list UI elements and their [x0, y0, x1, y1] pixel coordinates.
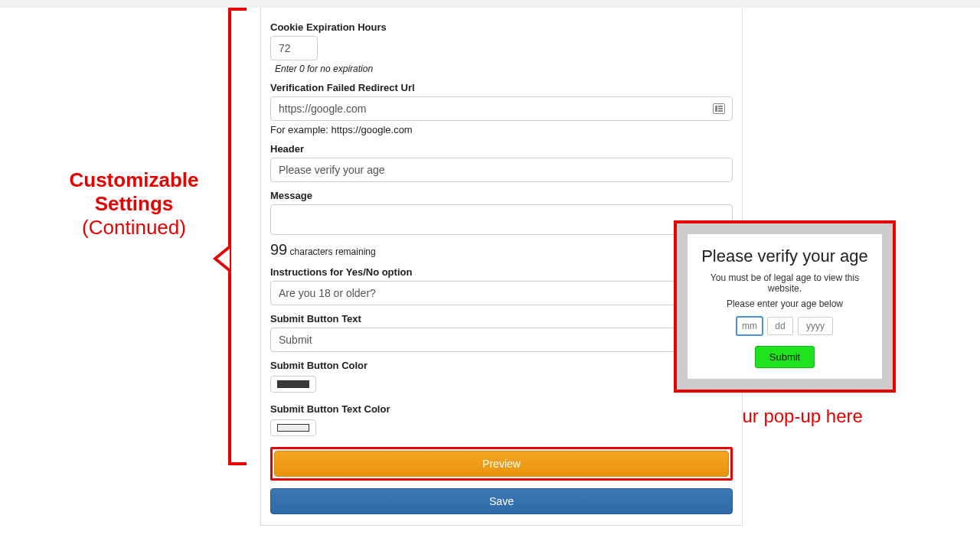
message-textarea[interactable] — [270, 204, 733, 235]
popup-message: You must be of legal age to view this we… — [695, 272, 874, 294]
callout-continued: (Continued) — [46, 216, 222, 240]
header-label: Header — [270, 143, 733, 155]
bracket-arrow-icon — [213, 245, 230, 272]
submit-text-color-picker[interactable] — [270, 419, 316, 436]
submit-text-input[interactable] — [270, 328, 733, 352]
submit-text-color-swatch — [277, 424, 309, 432]
save-button[interactable]: Save — [270, 488, 733, 514]
popup-submit-button[interactable]: Submit — [755, 346, 815, 368]
submit-color-swatch — [277, 380, 309, 388]
popup-day-input[interactable] — [767, 317, 793, 335]
popup-year-input[interactable] — [798, 317, 833, 335]
contact-card-icon — [713, 103, 725, 114]
yesno-label: Instructions for Yes/No option — [270, 266, 733, 278]
cookie-hours-help: Enter 0 for no expiration — [275, 64, 733, 74]
submit-color-picker[interactable] — [270, 376, 316, 393]
cookie-hours-input[interactable] — [270, 36, 318, 60]
preview-button[interactable]: Preview — [274, 451, 729, 477]
cookie-hours-label: Cookie Expiration Hours — [270, 21, 733, 33]
redirect-url-label: Verification Failed Redirect Url — [270, 82, 733, 93]
bracket-line — [228, 8, 231, 465]
chars-remaining-text: characters remaining — [290, 246, 376, 257]
redirect-url-input[interactable] — [270, 96, 733, 121]
customizable-settings-callout: Customizable Settings (Continued) — [46, 168, 222, 240]
yesno-input[interactable] — [270, 281, 733, 305]
submit-color-label: Submit Button Color — [270, 360, 733, 371]
popup-title: Please verify your age — [695, 246, 874, 266]
chars-remaining-count: 99 — [270, 241, 287, 258]
callout-line1: Customizable — [46, 168, 222, 192]
popup-month-input[interactable] — [737, 317, 763, 335]
submit-text-color-label: Submit Button Text Color — [270, 403, 733, 415]
chars-remaining: 99 characters remaining — [270, 241, 733, 259]
submit-text-label: Submit Button Text — [270, 313, 733, 324]
top-gray-bar — [0, 0, 980, 8]
popup-date-inputs — [695, 317, 874, 335]
header-input[interactable] — [270, 158, 733, 182]
message-label: Message — [270, 190, 733, 201]
redirect-url-help: For example: https://google.com — [270, 124, 733, 135]
popup-instruction: Please enter your age below — [695, 298, 874, 309]
popup-card: Please verify your age You must be of le… — [688, 234, 882, 379]
settings-panel: Cookie Expiration Hours Enter 0 for no e… — [260, 8, 743, 526]
preview-button-highlight: Preview — [270, 447, 733, 481]
popup-preview-frame: Please verify your age You must be of le… — [674, 220, 896, 393]
callout-line2: Settings — [46, 192, 222, 216]
